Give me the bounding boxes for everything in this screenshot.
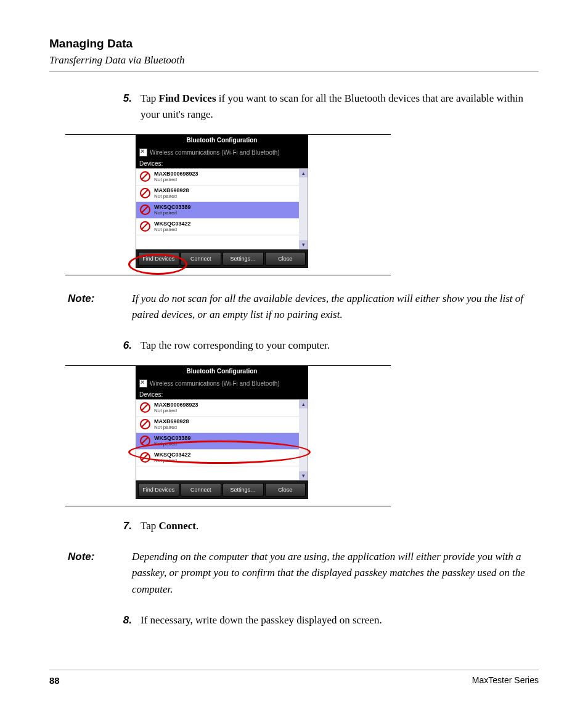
header-divider [49, 71, 539, 72]
note-text: Depending on the computer that you are u… [132, 549, 539, 598]
devices-label: Devices: [136, 159, 308, 168]
not-paired-icon [140, 221, 150, 232]
step-number: 6. [111, 338, 141, 354]
button-bar: Find Devices Connect Settings… Close [136, 481, 308, 499]
app-title: Bluetooth Configuration [136, 365, 308, 377]
scroll-up-icon[interactable]: ▴ [299, 169, 308, 177]
scroll-up-icon[interactable]: ▴ [299, 400, 308, 408]
step-number: 5. [111, 91, 141, 123]
settings-button[interactable]: Settings… [223, 483, 264, 497]
not-paired-icon [140, 419, 150, 429]
note-text: If you do not scan for all the available… [132, 291, 539, 323]
wireless-label: Wireless communications (Wi-Fi and Bluet… [150, 380, 280, 387]
step-text: If necessary, write down the passkey dis… [141, 612, 539, 628]
connect-button[interactable]: Connect [181, 483, 222, 497]
wireless-toggle-row: Wireless communications (Wi-Fi and Bluet… [136, 146, 308, 159]
not-paired-icon [140, 402, 150, 413]
device-row[interactable]: WKSQC03422Not paired [136, 219, 308, 235]
step-7: 7. Tap Connect. [111, 518, 539, 534]
app-title: Bluetooth Configuration [136, 134, 308, 146]
settings-button[interactable]: Settings… [223, 252, 264, 266]
step-5: 5. Tap Find Devices if you want to scan … [111, 91, 539, 123]
scrollbar[interactable]: ▴▾ [299, 169, 308, 249]
note-label: Note: [68, 549, 111, 598]
button-bar: Find Devices Connect Settings… Close [136, 249, 308, 268]
not-paired-icon [140, 171, 150, 182]
device-row-selected[interactable]: WKSQC03389Not paired [136, 433, 308, 450]
note-label: Note: [68, 291, 111, 323]
close-button[interactable]: Close [265, 252, 306, 266]
device-row[interactable]: WKSQC03422Not paired [136, 450, 308, 466]
device-row-selected[interactable]: WKSQC03389Not paired [136, 202, 308, 219]
page-number: 88 [49, 675, 60, 686]
device-row[interactable]: MAXB698928Not paired [136, 185, 308, 202]
step-text: Tap the row corresponding to your comput… [141, 338, 539, 354]
bluetooth-app: Bluetooth Configuration Wireless communi… [136, 134, 308, 268]
close-button[interactable]: Close [265, 483, 306, 497]
not-paired-icon [140, 436, 150, 446]
step-number: 8. [111, 612, 141, 628]
scroll-down-icon[interactable]: ▾ [299, 240, 308, 249]
not-paired-icon [140, 188, 150, 198]
bluetooth-app: Bluetooth Configuration Wireless communi… [136, 365, 308, 499]
wireless-toggle-row: Wireless communications (Wi-Fi and Bluet… [136, 377, 308, 390]
step-6: 6. Tap the row corresponding to your com… [111, 338, 539, 354]
find-devices-button[interactable]: Find Devices [138, 252, 179, 266]
device-row[interactable]: MAXB698928Not paired [136, 416, 308, 433]
chapter-title: Managing Data [49, 37, 539, 51]
connect-button[interactable]: Connect [181, 252, 222, 266]
section-title: Transferring Data via Bluetooth [49, 54, 539, 67]
scrollbar[interactable]: ▴▾ [299, 400, 308, 480]
note-2: Note: Depending on the computer that you… [68, 549, 539, 598]
series-name: MaxTester Series [472, 675, 539, 686]
figure-2: Bluetooth Configuration Wireless communi… [49, 365, 539, 507]
find-devices-button[interactable]: Find Devices [138, 483, 179, 497]
scroll-down-icon[interactable]: ▾ [299, 471, 308, 480]
device-row[interactable]: MAXB000698923Not paired [136, 169, 308, 185]
wireless-label: Wireless communications (Wi-Fi and Bluet… [150, 149, 280, 156]
step-text: Tap Find Devices if you want to scan for… [141, 91, 539, 123]
note-1: Note: If you do not scan for all the ava… [68, 291, 539, 323]
wireless-checkbox[interactable] [139, 379, 147, 387]
step-number: 7. [111, 518, 141, 534]
not-paired-icon [140, 452, 150, 463]
device-row[interactable]: MAXB000698923Not paired [136, 400, 308, 416]
step-8: 8. If necessary, write down the passkey … [111, 612, 539, 628]
page-footer: 88 MaxTester Series [49, 670, 539, 686]
wireless-checkbox[interactable] [139, 148, 147, 156]
device-list: MAXB000698923Not paired MAXB698928Not pa… [136, 399, 308, 481]
footer-divider [49, 670, 539, 670]
step-text: Tap Connect. [141, 518, 539, 534]
device-list: MAXB000698923Not paired MAXB698928Not pa… [136, 168, 308, 249]
not-paired-icon [140, 205, 150, 215]
devices-label: Devices: [136, 390, 308, 399]
figure-1: Bluetooth Configuration Wireless communi… [49, 134, 539, 276]
